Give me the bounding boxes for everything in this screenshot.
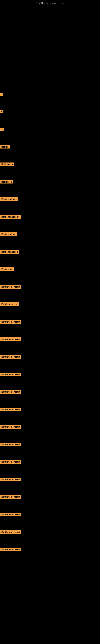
result-row: Bottleneck res [0,296,100,313]
bottleneck-label: Bottleneck res [0,302,19,306]
result-row: Bottleneck result [0,506,100,523]
result-row: B [0,103,100,120]
result-row: Bottlen [0,138,100,155]
bottleneck-label: Bottleneck result [0,338,21,341]
result-row: Bottleneck result [0,523,100,540]
result-row: Bottleneck result [0,400,100,418]
bottleneck-label: Bottleneck result [0,442,21,446]
bottleneck-label: Bottleneck re [0,232,17,236]
bottleneck-label: Bottleneck [0,180,13,183]
result-row: B [0,85,100,103]
result-row: Bottleneck result [0,366,100,383]
result-row: Bottleneck result [0,418,100,436]
bottleneck-label: Bottleneck result [0,512,21,516]
result-row: Bottleneck result [0,540,100,558]
bottleneck-label: Bottleneck result [0,548,21,551]
result-row: Bottleneck result [0,348,100,366]
result-row: Bottleneck [0,173,100,190]
result-row: Bottleneck result [0,208,100,226]
result-row: Bottleneck result [0,278,100,296]
bottleneck-label: Bottleneck result [0,285,21,288]
result-row: Bottleneck result [0,383,100,400]
bottleneck-label: Bottleneck result [0,425,21,429]
result-row: Bottleneck r [0,155,100,173]
bottleneck-label: Bottleneck result [0,320,21,324]
bottleneck-label: Bottleneck resu [0,250,19,254]
bottleneck-label: Bottleneck result [0,478,21,481]
bottleneck-label: B [0,93,3,96]
result-row: Bottleneck res [0,190,100,208]
result-row: Bottleneck result [0,453,100,470]
result-row: Bo [0,120,100,138]
bottleneck-label: B [0,110,3,113]
result-row: Bottleneck result [0,488,100,506]
result-row: Bottleneck resu [0,243,100,260]
bottleneck-label: Bottleneck result [0,372,21,376]
result-row: Bottleneck re [0,226,100,243]
result-row: Bottleneck result [0,436,100,453]
bottleneck-label: Bottleneck res [0,198,18,201]
bottleneck-label: Bottleneck result [0,390,21,394]
bottleneck-label: Bottleneck r [0,162,14,166]
result-row: Bottleneck result [0,313,100,330]
chart-area [0,5,100,85]
result-row: Bottleneck result [0,470,100,488]
bottleneck-label: Bottleneck result [0,530,21,534]
bottleneck-label: Bottleneck result [0,215,21,218]
results-area: BBBoBottlenBottleneck rBottleneckBottlen… [0,85,100,558]
bottleneck-label: Bottleneck result [0,355,21,359]
result-row: Bottleneck [0,260,100,278]
bottleneck-label: Bottlen [0,145,10,148]
bottleneck-label: Bottleneck result [0,460,21,464]
bottleneck-label: Bottleneck result [0,495,21,499]
bottleneck-label: Bo [0,128,4,130]
site-title: TheBottlenecker.com [0,0,100,5]
bottleneck-label: Bottleneck [0,268,14,271]
result-row: Bottleneck result [0,330,100,348]
bottleneck-label: Bottleneck result [0,408,21,411]
